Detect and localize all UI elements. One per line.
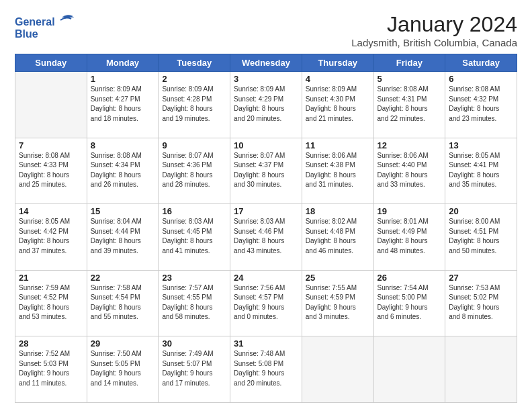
table-row: 4Sunrise: 8:09 AM Sunset: 4:30 PM Daylig…: [302, 72, 373, 138]
day-info: Sunrise: 8:08 AM Sunset: 4:33 PM Dayligh…: [19, 151, 83, 190]
table-row: 12Sunrise: 8:06 AM Sunset: 4:40 PM Dayli…: [373, 138, 445, 204]
day-number: 20: [449, 206, 513, 216]
col-saturday: Saturday: [445, 54, 517, 72]
day-number: 2: [162, 74, 226, 84]
day-info: Sunrise: 8:07 AM Sunset: 4:37 PM Dayligh…: [234, 151, 298, 190]
day-info: Sunrise: 8:08 AM Sunset: 4:31 PM Dayligh…: [378, 85, 442, 124]
day-number: 27: [449, 273, 513, 283]
table-row: 26Sunrise: 7:54 AM Sunset: 5:00 PM Dayli…: [373, 270, 445, 336]
day-info: Sunrise: 7:58 AM Sunset: 4:54 PM Dayligh…: [91, 283, 155, 322]
day-number: 24: [234, 273, 298, 283]
day-number: 1: [91, 74, 155, 84]
day-info: Sunrise: 7:54 AM Sunset: 5:00 PM Dayligh…: [378, 283, 442, 322]
day-info: Sunrise: 8:09 AM Sunset: 4:30 PM Dayligh…: [306, 85, 370, 124]
table-row: 23Sunrise: 7:57 AM Sunset: 4:55 PM Dayli…: [159, 270, 230, 336]
day-info: Sunrise: 7:59 AM Sunset: 4:52 PM Dayligh…: [19, 283, 83, 322]
calendar-table: Sunday Monday Tuesday Wednesday Thursday…: [15, 54, 517, 403]
table-row: 9Sunrise: 8:07 AM Sunset: 4:36 PM Daylig…: [159, 138, 230, 204]
day-number: 4: [306, 74, 370, 84]
col-wednesday: Wednesday: [230, 54, 302, 72]
day-number: 7: [19, 140, 83, 150]
day-number: 26: [378, 273, 442, 283]
table-row: 16Sunrise: 8:03 AM Sunset: 4:45 PM Dayli…: [159, 204, 230, 271]
day-info: Sunrise: 8:06 AM Sunset: 4:40 PM Dayligh…: [378, 151, 442, 190]
table-row: [302, 336, 373, 403]
day-number: 10: [234, 140, 298, 150]
day-info: Sunrise: 8:03 AM Sunset: 4:45 PM Dayligh…: [162, 217, 226, 256]
table-row: 6Sunrise: 8:08 AM Sunset: 4:32 PM Daylig…: [445, 72, 517, 138]
day-number: 11: [306, 140, 370, 150]
day-number: 5: [378, 74, 442, 84]
day-number: 25: [306, 273, 370, 283]
table-row: 24Sunrise: 7:56 AM Sunset: 4:57 PM Dayli…: [230, 270, 302, 336]
day-info: Sunrise: 8:00 AM Sunset: 4:51 PM Dayligh…: [449, 217, 513, 256]
table-row: 2Sunrise: 8:09 AM Sunset: 4:28 PM Daylig…: [159, 72, 230, 138]
table-row: 18Sunrise: 8:02 AM Sunset: 4:48 PM Dayli…: [302, 204, 373, 271]
table-row: 15Sunrise: 8:04 AM Sunset: 4:44 PM Dayli…: [87, 204, 159, 271]
table-row: 8Sunrise: 8:08 AM Sunset: 4:34 PM Daylig…: [87, 138, 159, 204]
calendar-week-row: 14Sunrise: 8:05 AM Sunset: 4:42 PM Dayli…: [15, 204, 517, 271]
table-row: 20Sunrise: 8:00 AM Sunset: 4:51 PM Dayli…: [445, 204, 517, 271]
day-number: 16: [162, 206, 226, 216]
table-row: 27Sunrise: 7:53 AM Sunset: 5:02 PM Dayli…: [445, 270, 517, 336]
day-number: 6: [449, 74, 513, 84]
subtitle: Ladysmith, British Columbia, Canada: [351, 37, 517, 48]
day-info: Sunrise: 7:48 AM Sunset: 5:08 PM Dayligh…: [234, 349, 298, 388]
day-info: Sunrise: 8:08 AM Sunset: 4:34 PM Dayligh…: [91, 151, 155, 190]
day-info: Sunrise: 7:50 AM Sunset: 5:05 PM Dayligh…: [91, 349, 155, 388]
day-number: 31: [234, 338, 298, 349]
day-number: 14: [19, 206, 83, 216]
day-info: Sunrise: 7:52 AM Sunset: 5:03 PM Dayligh…: [19, 349, 83, 388]
table-row: 5Sunrise: 8:08 AM Sunset: 4:31 PM Daylig…: [373, 72, 445, 138]
logo: General Blue: [15, 12, 75, 42]
header: General Blue January 2024 Ladysmith, Bri…: [15, 12, 517, 48]
svg-text:General: General: [15, 16, 55, 28]
table-row: 28Sunrise: 7:52 AM Sunset: 5:03 PM Dayli…: [15, 336, 87, 403]
day-number: 13: [449, 140, 513, 150]
col-monday: Monday: [87, 54, 159, 72]
table-row: 13Sunrise: 8:05 AM Sunset: 4:41 PM Dayli…: [445, 138, 517, 204]
col-thursday: Thursday: [302, 54, 373, 72]
table-row: 17Sunrise: 8:03 AM Sunset: 4:46 PM Dayli…: [230, 204, 302, 271]
day-number: 21: [19, 273, 83, 283]
table-row: 11Sunrise: 8:06 AM Sunset: 4:38 PM Dayli…: [302, 138, 373, 204]
calendar-week-row: 21Sunrise: 7:59 AM Sunset: 4:52 PM Dayli…: [15, 270, 517, 336]
day-info: Sunrise: 8:03 AM Sunset: 4:46 PM Dayligh…: [234, 217, 298, 256]
title-block: January 2024 Ladysmith, British Columbia…: [351, 12, 517, 48]
table-row: 22Sunrise: 7:58 AM Sunset: 4:54 PM Dayli…: [87, 270, 159, 336]
day-info: Sunrise: 7:49 AM Sunset: 5:07 PM Dayligh…: [162, 349, 226, 388]
table-row: 29Sunrise: 7:50 AM Sunset: 5:05 PM Dayli…: [87, 336, 159, 403]
table-row: 14Sunrise: 8:05 AM Sunset: 4:42 PM Dayli…: [15, 204, 87, 271]
day-number: 18: [306, 206, 370, 216]
day-number: 17: [234, 206, 298, 216]
day-number: 12: [378, 140, 442, 150]
page: General Blue January 2024 Ladysmith, Bri…: [0, 0, 532, 411]
table-row: 19Sunrise: 8:01 AM Sunset: 4:49 PM Dayli…: [373, 204, 445, 271]
day-number: 9: [162, 140, 226, 150]
day-number: 22: [91, 273, 155, 283]
day-number: 28: [19, 338, 83, 349]
day-info: Sunrise: 7:57 AM Sunset: 4:55 PM Dayligh…: [162, 283, 226, 322]
day-info: Sunrise: 8:09 AM Sunset: 4:29 PM Dayligh…: [234, 85, 298, 124]
col-sunday: Sunday: [15, 54, 87, 72]
col-tuesday: Tuesday: [159, 54, 230, 72]
table-row: [15, 72, 87, 138]
table-row: 7Sunrise: 8:08 AM Sunset: 4:33 PM Daylig…: [15, 138, 87, 204]
table-row: 31Sunrise: 7:48 AM Sunset: 5:08 PM Dayli…: [230, 336, 302, 403]
calendar-week-row: 28Sunrise: 7:52 AM Sunset: 5:03 PM Dayli…: [15, 336, 517, 403]
main-title: January 2024: [351, 12, 517, 37]
day-info: Sunrise: 8:02 AM Sunset: 4:48 PM Dayligh…: [306, 217, 370, 256]
day-number: 30: [162, 338, 226, 349]
logo-svg: General Blue: [15, 12, 75, 42]
day-info: Sunrise: 8:04 AM Sunset: 4:44 PM Dayligh…: [91, 217, 155, 256]
calendar-week-row: 1Sunrise: 8:09 AM Sunset: 4:27 PM Daylig…: [15, 72, 517, 138]
day-info: Sunrise: 8:06 AM Sunset: 4:38 PM Dayligh…: [306, 151, 370, 190]
day-info: Sunrise: 8:05 AM Sunset: 4:41 PM Dayligh…: [449, 151, 513, 190]
table-row: 1Sunrise: 8:09 AM Sunset: 4:27 PM Daylig…: [87, 72, 159, 138]
table-row: 25Sunrise: 7:55 AM Sunset: 4:59 PM Dayli…: [302, 270, 373, 336]
svg-text:Blue: Blue: [15, 28, 38, 40]
day-info: Sunrise: 8:08 AM Sunset: 4:32 PM Dayligh…: [449, 85, 513, 124]
day-number: 29: [91, 338, 155, 349]
day-info: Sunrise: 8:01 AM Sunset: 4:49 PM Dayligh…: [378, 217, 442, 256]
table-row: [445, 336, 517, 403]
